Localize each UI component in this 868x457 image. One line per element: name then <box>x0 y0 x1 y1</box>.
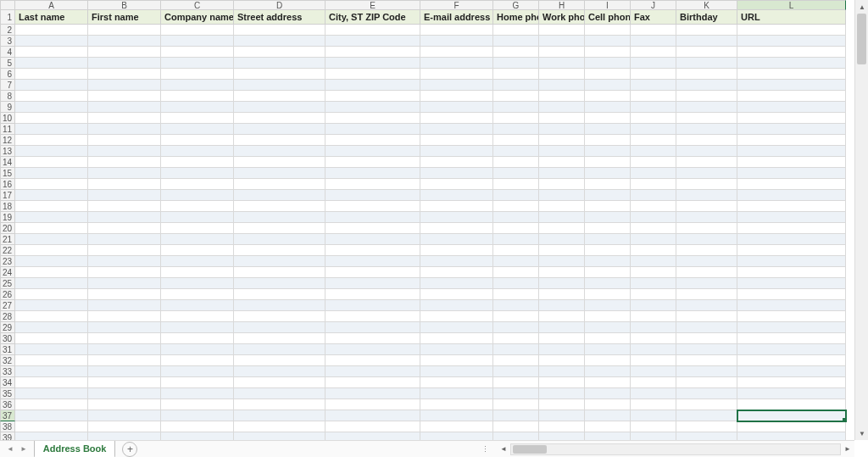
cell[interactable] <box>234 179 326 190</box>
cell[interactable] <box>234 245 326 256</box>
cell[interactable] <box>420 333 493 344</box>
cell[interactable] <box>161 58 234 69</box>
cell[interactable] <box>539 58 585 69</box>
cell[interactable] <box>539 278 585 289</box>
cell[interactable] <box>585 80 631 91</box>
cell[interactable] <box>420 135 493 146</box>
cell[interactable] <box>420 256 493 267</box>
row-header[interactable]: 24 <box>0 267 15 278</box>
cell[interactable] <box>326 146 420 157</box>
cell[interactable] <box>161 267 234 278</box>
cell[interactable] <box>631 58 676 69</box>
cell[interactable] <box>15 355 88 366</box>
cell[interactable] <box>88 410 161 421</box>
cell[interactable] <box>88 91 161 102</box>
cell[interactable] <box>737 355 846 366</box>
cell[interactable] <box>676 421 737 432</box>
cell[interactable] <box>326 410 420 421</box>
cell[interactable] <box>676 113 737 124</box>
cell[interactable] <box>539 399 585 410</box>
cell[interactable] <box>493 311 539 322</box>
cell[interactable] <box>234 333 326 344</box>
cell[interactable] <box>737 421 846 432</box>
col-header-I[interactable]: I <box>585 0 631 10</box>
cell[interactable] <box>676 289 737 300</box>
cell[interactable] <box>234 124 326 135</box>
cell[interactable] <box>420 289 493 300</box>
cell[interactable] <box>539 344 585 355</box>
cell[interactable] <box>493 80 539 91</box>
cell[interactable] <box>326 190 420 201</box>
cell[interactable] <box>326 421 420 432</box>
cell[interactable] <box>420 47 493 58</box>
cell[interactable] <box>234 113 326 124</box>
cell[interactable] <box>161 311 234 322</box>
cell[interactable] <box>326 245 420 256</box>
cell[interactable] <box>585 399 631 410</box>
cell[interactable] <box>420 91 493 102</box>
cell[interactable] <box>539 366 585 377</box>
cell[interactable] <box>161 25 234 36</box>
cell[interactable] <box>326 234 420 245</box>
cell[interactable] <box>493 234 539 245</box>
cell[interactable] <box>326 432 420 440</box>
cell[interactable] <box>631 355 676 366</box>
cell[interactable] <box>326 80 420 91</box>
cell[interactable] <box>234 25 326 36</box>
cell[interactable] <box>420 190 493 201</box>
cell[interactable] <box>676 146 737 157</box>
cell[interactable] <box>88 333 161 344</box>
cell[interactable] <box>676 135 737 146</box>
col-header-A[interactable]: A <box>15 0 88 10</box>
cell[interactable] <box>585 333 631 344</box>
cell[interactable] <box>234 311 326 322</box>
row-header[interactable]: 18 <box>0 201 15 212</box>
cell[interactable] <box>493 256 539 267</box>
cell[interactable] <box>161 69 234 80</box>
cell[interactable] <box>161 322 234 333</box>
cell[interactable] <box>88 80 161 91</box>
cell[interactable] <box>15 135 88 146</box>
cell[interactable] <box>539 212 585 223</box>
cell[interactable] <box>234 146 326 157</box>
cell[interactable] <box>234 47 326 58</box>
cell[interactable] <box>161 421 234 432</box>
cell[interactable] <box>234 168 326 179</box>
cell[interactable] <box>420 179 493 190</box>
cell[interactable] <box>326 355 420 366</box>
row-header[interactable]: 20 <box>0 223 15 234</box>
cell[interactable] <box>539 69 585 80</box>
cell[interactable] <box>539 289 585 300</box>
cell[interactable] <box>539 300 585 311</box>
cell[interactable] <box>234 212 326 223</box>
cell[interactable] <box>676 91 737 102</box>
cell[interactable] <box>326 168 420 179</box>
row-header[interactable]: 9 <box>0 102 15 113</box>
cell[interactable] <box>631 25 676 36</box>
cell[interactable] <box>631 47 676 58</box>
cell[interactable] <box>420 234 493 245</box>
cell[interactable] <box>161 80 234 91</box>
cell[interactable] <box>676 410 737 421</box>
cell[interactable] <box>15 25 88 36</box>
cell[interactable] <box>737 201 846 212</box>
cell[interactable] <box>15 47 88 58</box>
cell[interactable] <box>676 212 737 223</box>
cell[interactable] <box>539 168 585 179</box>
cell[interactable] <box>676 278 737 289</box>
cell[interactable] <box>737 410 846 421</box>
cell[interactable] <box>737 245 846 256</box>
cell[interactable] <box>161 157 234 168</box>
cell[interactable] <box>493 25 539 36</box>
cell[interactable] <box>420 267 493 278</box>
cell[interactable]: First name <box>88 10 161 25</box>
cell[interactable] <box>737 377 846 388</box>
cell[interactable] <box>676 47 737 58</box>
cell[interactable]: Fax <box>631 10 676 25</box>
cell[interactable] <box>493 47 539 58</box>
cell[interactable] <box>326 322 420 333</box>
cell[interactable] <box>493 36 539 47</box>
cell[interactable] <box>737 223 846 234</box>
cell[interactable] <box>585 300 631 311</box>
cell[interactable] <box>88 267 161 278</box>
